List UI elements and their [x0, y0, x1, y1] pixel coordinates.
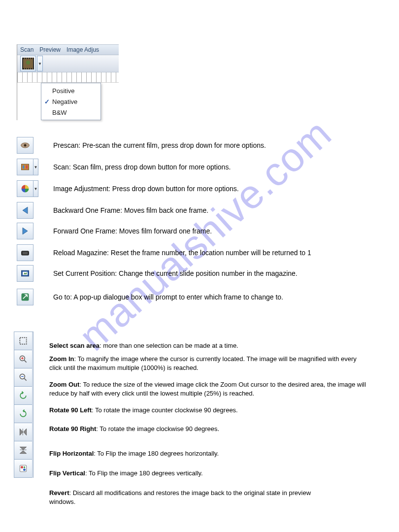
zoom-out-desc: Zoom Out: To reduce the size of the view…	[49, 380, 369, 398]
rotate-ccw-icon	[18, 391, 28, 400]
set-position-button[interactable]	[17, 265, 33, 282]
magazine-icon	[20, 248, 30, 258]
menu-scan[interactable]: Scan	[17, 46, 36, 53]
image-adjustment-button[interactable]	[17, 180, 33, 197]
revert-button[interactable]	[14, 460, 32, 478]
film-type-button[interactable]	[20, 56, 36, 71]
check-icon: ✓	[41, 98, 52, 105]
svg-point-16	[23, 468, 26, 471]
forward-frame-button[interactable]	[17, 223, 33, 239]
rotate-cw-icon	[18, 409, 28, 419]
forward-desc: Forward One Frame: Moves film forward on…	[53, 227, 212, 235]
backward-frame-button[interactable]	[17, 202, 33, 219]
popup-label: Positive	[52, 87, 75, 95]
film-strip-icon	[20, 162, 30, 172]
side-toolbar	[14, 332, 33, 478]
rotate-right-desc: Rotate 90 Right: To rotate the image clo…	[49, 425, 369, 433]
rotate-right-button[interactable]	[14, 405, 32, 423]
svg-point-1	[24, 144, 27, 147]
menubar: Scan Preview Image Adjus	[17, 44, 119, 55]
magnifier-minus-icon	[18, 372, 28, 382]
svg-point-15	[21, 466, 23, 468]
select-scan-area-desc: Select scan area: more than one selectio…	[49, 341, 369, 350]
slide-frame-icon	[20, 268, 30, 278]
flip-v-icon	[18, 445, 28, 455]
scan-button[interactable]	[17, 159, 33, 175]
dashed-rect-icon	[18, 336, 28, 346]
svg-rect-2	[22, 164, 29, 170]
rotate-left-desc: Rotate 90 Left: To rotate the image coun…	[49, 406, 369, 415]
reload-desc: Reload Magazine: Reset the frame number,…	[53, 249, 311, 257]
goto-button[interactable]	[17, 289, 33, 305]
setpos-desc: Set Current Position: Change the current…	[53, 269, 298, 277]
popup-label: B&W	[52, 109, 67, 116]
flip-horizontal-button[interactable]	[14, 423, 32, 441]
image-adjustment-dropdown-icon[interactable]	[33, 180, 38, 197]
app-window-screenshot: Scan Preview Image Adjus Positive ✓ Nega…	[17, 44, 119, 120]
eye-icon	[20, 140, 30, 150]
menu-image-adjust[interactable]: Image Adjus	[64, 46, 102, 53]
rotate-left-button[interactable]	[14, 387, 32, 405]
flip-vertical-desc: Flip Vertical: To Flip the image 180 deg…	[49, 469, 369, 478]
magnifier-plus-icon	[18, 354, 28, 364]
backward-desc: Backward One Frame: Moves film back one …	[53, 206, 208, 214]
zoom-out-button[interactable]	[14, 368, 32, 387]
film-type-dropdown-icon[interactable]	[37, 56, 43, 71]
film-head-icon	[22, 58, 34, 69]
menu-preview[interactable]: Preview	[36, 46, 64, 53]
goto-desc: Go to: A pop-up dialogue box will prompt…	[53, 293, 283, 301]
zoom-in-button[interactable]	[14, 350, 32, 368]
prescan-desc: Prescan: Pre-scan the current film, pres…	[53, 141, 266, 149]
scan-dropdown-icon[interactable]	[33, 159, 38, 175]
svg-rect-3	[23, 166, 24, 169]
popup-label: Negative	[52, 98, 77, 105]
svg-rect-14	[20, 465, 26, 471]
flip-horizontal-desc: Flip Horizontal: To Flip the image 180 d…	[49, 449, 369, 458]
flip-h-icon	[18, 427, 28, 437]
popup-item-positive[interactable]: Positive	[41, 85, 100, 96]
color-wheel-icon	[20, 184, 30, 194]
revert-desc: Revert: Discard all modifications and re…	[49, 489, 325, 506]
prescan-button[interactable]	[17, 137, 33, 154]
triangle-left-icon	[20, 205, 30, 215]
popup-item-negative[interactable]: ✓ Negative	[41, 96, 100, 107]
select-scan-area-button[interactable]	[14, 332, 32, 350]
revert-icon	[18, 464, 28, 473]
film-type-popup: Positive ✓ Negative B&W	[41, 83, 101, 120]
zoom-in-desc: Zoom In: To magnify the image where the …	[49, 355, 369, 372]
reload-magazine-button[interactable]	[17, 244, 33, 261]
popup-item-bw[interactable]: B&W	[41, 107, 100, 118]
svg-rect-7	[23, 252, 28, 254]
flip-vertical-button[interactable]	[14, 441, 32, 460]
ruler	[17, 72, 119, 83]
scan-desc: Scan: Scan film, press drop down button …	[53, 163, 231, 171]
goto-arrow-icon	[20, 292, 30, 302]
svg-rect-11	[20, 337, 26, 344]
svg-point-17	[24, 466, 25, 468]
image-adjustment-desc: Image Adjustment: Press drop down button…	[53, 185, 239, 193]
triangle-right-icon	[20, 226, 30, 236]
svg-rect-4	[26, 166, 28, 169]
toolbar	[17, 55, 119, 72]
